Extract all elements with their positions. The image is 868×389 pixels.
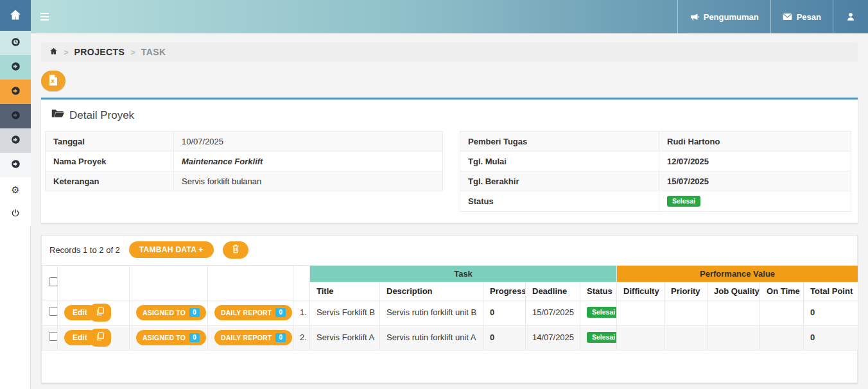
row-assigned-cell: ASIGNED TO 0 bbox=[130, 325, 208, 350]
column-header-progress: Progress bbox=[483, 282, 526, 300]
empty-header-cell bbox=[58, 265, 130, 300]
task-on-time bbox=[760, 300, 804, 325]
detail-value: 15/07/2025 bbox=[659, 171, 851, 191]
delete-selected-button[interactable] bbox=[223, 241, 248, 259]
envelope-icon bbox=[783, 13, 792, 21]
column-header-description: Description bbox=[380, 282, 483, 300]
add-data-button[interactable]: TAMBAH DATA + bbox=[129, 241, 214, 258]
dashboard-icon bbox=[11, 37, 21, 49]
sidebar-item-menu-4[interactable] bbox=[0, 104, 31, 128]
task-deadline: 15/07/2025 bbox=[526, 300, 580, 325]
task-job-quality bbox=[707, 325, 760, 350]
task-description: Servis rutin forklift unit B bbox=[380, 300, 483, 325]
select-all-checkbox[interactable] bbox=[49, 277, 58, 286]
breadcrumb-home-icon[interactable] bbox=[49, 47, 58, 57]
sidebar-item-logout[interactable] bbox=[0, 202, 31, 226]
detail-value: Rudi Hartono bbox=[659, 132, 851, 151]
assigned-to-button[interactable]: ASIGNED TO 0 bbox=[136, 330, 206, 345]
announcements-button[interactable]: Pengumuman bbox=[677, 0, 770, 33]
task-priority bbox=[664, 325, 707, 350]
detail-label: Tanggal bbox=[46, 132, 174, 151]
detail-value: Selesai bbox=[659, 191, 851, 212]
status-badge: Selesai bbox=[587, 332, 617, 343]
daily-report-button[interactable]: DAILY REPORT 0 bbox=[214, 330, 292, 345]
column-header-difficulty: Difficulty bbox=[617, 282, 664, 300]
copy-button[interactable] bbox=[90, 329, 111, 347]
row-edit-cell: Edit bbox=[58, 300, 130, 325]
select-all-cell bbox=[42, 265, 58, 300]
detail-label: Tgl. Berakhir bbox=[460, 171, 659, 191]
sidebar-item-menu-6[interactable] bbox=[0, 153, 31, 177]
detail-row: Tgl. Berakhir 15/07/2025 bbox=[460, 171, 851, 191]
export-excel-button[interactable]: x bbox=[41, 71, 65, 91]
panel-title-text: Detail Proyek bbox=[69, 109, 134, 122]
task-difficulty bbox=[617, 325, 664, 350]
daily-report-button[interactable]: DAILY REPORT 0 bbox=[214, 305, 292, 320]
breadcrumb-projects[interactable]: PROJECTS bbox=[74, 47, 125, 57]
task-difficulty bbox=[617, 300, 664, 325]
table-row: Edit ASIGNED TO 0 bbox=[42, 325, 858, 350]
sidebar: ⚙ bbox=[0, 0, 31, 389]
detail-value: 10/07/2025 bbox=[174, 132, 443, 151]
messages-button[interactable]: Pesan bbox=[770, 0, 833, 33]
arrow-circle-icon bbox=[11, 135, 21, 146]
column-header-status: Status bbox=[580, 282, 617, 300]
task-job-quality bbox=[707, 300, 760, 325]
detail-proyek-panel: Detail Proyek Tanggal 10/07/2025 Nama Pr… bbox=[41, 98, 858, 223]
assigned-count-badge: 0 bbox=[189, 333, 200, 342]
breadcrumb-separator: > bbox=[64, 48, 69, 57]
hamburger-icon bbox=[40, 13, 49, 21]
sidebar-toggle-button[interactable] bbox=[31, 0, 58, 33]
sidebar-item-dashboard[interactable] bbox=[0, 31, 31, 55]
announcements-label: Pengumuman bbox=[704, 12, 759, 22]
detail-value: Maintenance Forklift bbox=[174, 151, 443, 171]
main-content: > PROJECTS > TASK x Detail Proyek Tangga… bbox=[31, 33, 868, 389]
project-detail-table-left: Tanggal 10/07/2025 Nama Proyek Maintenan… bbox=[45, 131, 443, 191]
sidebar-item-settings[interactable]: ⚙ bbox=[0, 177, 31, 202]
trash-icon bbox=[231, 244, 240, 255]
column-header-total-point: Total Point bbox=[804, 282, 858, 300]
records-summary: Records 1 to 2 of 2 bbox=[49, 245, 120, 255]
empty-header-cell bbox=[208, 265, 293, 300]
row-number: 1. bbox=[293, 300, 310, 325]
detail-row: Status Selesai bbox=[460, 191, 851, 212]
task-title: Servis Forklift B bbox=[310, 300, 380, 325]
copy-icon bbox=[96, 332, 105, 343]
home-button[interactable] bbox=[0, 0, 31, 31]
task-status-cell: Selesai bbox=[580, 300, 617, 325]
daily-report-label: DAILY REPORT bbox=[221, 334, 272, 341]
arrow-circle-icon bbox=[11, 86, 21, 98]
row-number: 2. bbox=[293, 325, 310, 350]
assigned-to-button[interactable]: ASIGNED TO 0 bbox=[136, 305, 206, 320]
sidebar-item-projects-active[interactable] bbox=[0, 80, 31, 104]
task-priority bbox=[664, 300, 707, 325]
task-status-cell: Selesai bbox=[580, 325, 617, 350]
row-daily-report-cell: DAILY REPORT 0 bbox=[208, 325, 293, 350]
row-select-cell bbox=[42, 300, 58, 325]
gear-icon: ⚙ bbox=[11, 185, 19, 195]
arrow-circle-icon bbox=[11, 62, 21, 73]
group-header-row: Task Performance Value bbox=[42, 265, 858, 282]
row-edit-cell: Edit bbox=[58, 325, 130, 350]
assigned-to-label: ASIGNED TO bbox=[143, 334, 186, 341]
status-badge: Selesai bbox=[667, 196, 700, 207]
top-navbar: Pengumuman Pesan bbox=[31, 0, 868, 33]
detail-row: Nama Proyek Maintenance Forklift bbox=[46, 151, 443, 171]
column-header-job-quality: Job Quality bbox=[707, 282, 760, 300]
row-checkbox[interactable] bbox=[49, 307, 58, 316]
power-icon bbox=[11, 209, 20, 220]
row-checkbox[interactable] bbox=[49, 332, 58, 341]
detail-label: Tgl. Mulai bbox=[460, 151, 659, 171]
sidebar-item-menu-5[interactable] bbox=[0, 128, 31, 153]
breadcrumb-separator: > bbox=[130, 48, 135, 57]
copy-button[interactable] bbox=[90, 304, 111, 322]
task-progress: 0 bbox=[483, 325, 526, 350]
empty-header-cell bbox=[130, 265, 208, 300]
assigned-to-label: ASIGNED TO bbox=[143, 309, 186, 316]
user-menu-button[interactable] bbox=[833, 0, 868, 33]
sidebar-item-menu-2[interactable] bbox=[0, 55, 31, 80]
megaphone-icon bbox=[690, 12, 699, 22]
daily-report-count-badge: 0 bbox=[275, 333, 286, 342]
arrow-circle-icon bbox=[11, 110, 21, 122]
task-on-time bbox=[760, 325, 804, 350]
